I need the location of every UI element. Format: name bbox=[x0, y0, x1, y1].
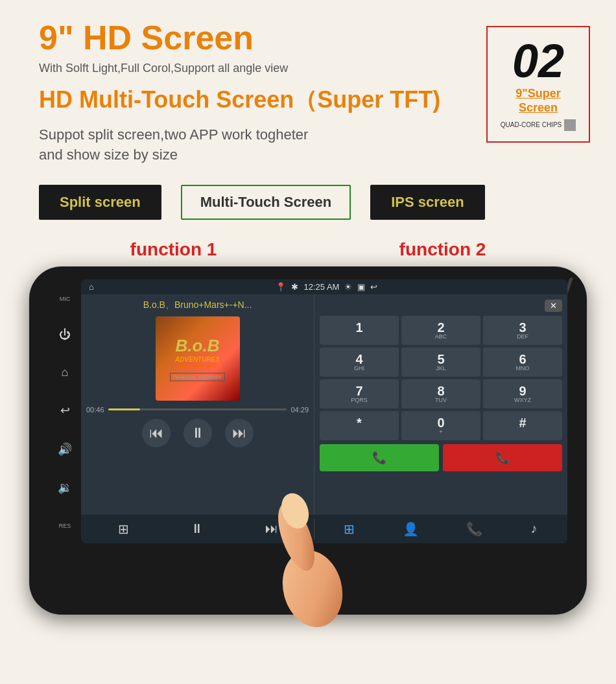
time-current: 00:46 bbox=[86, 406, 104, 414]
split-screen-button[interactable]: Split screen bbox=[39, 185, 161, 220]
badge-number: 02 bbox=[512, 38, 564, 84]
res-label: RES bbox=[59, 519, 71, 530]
back-status-icon: ↩ bbox=[370, 282, 377, 292]
player-controls: ⏮ ⏸ ⏭ bbox=[86, 419, 309, 447]
screen-main: B.o.B、Bruno+Mars+-+N... B.o.B ADVENTURES… bbox=[81, 294, 567, 515]
hangup-button[interactable]: 📞 bbox=[443, 444, 562, 471]
top-left-content: 9" HD Screen With Solft Light,Full Corol… bbox=[39, 19, 473, 165]
back-icon[interactable]: ↩ bbox=[60, 403, 70, 418]
multi-touch-button[interactable]: Multi-Touch Screen bbox=[181, 185, 351, 220]
bluetooth-icon: ✱ bbox=[291, 282, 298, 292]
progress-bar[interactable] bbox=[108, 408, 287, 410]
nav-grid-icon[interactable]: ⊞ bbox=[115, 519, 132, 539]
call-button[interactable]: 📞 bbox=[320, 444, 439, 471]
chip-icon bbox=[564, 119, 576, 131]
dial-panel: ✕ 1 2 ABC 3 bbox=[314, 294, 567, 515]
car-unit-wrapper: IT NAV MIC ⏻ ⌂ ↩ 🔊 🔉 RES bbox=[29, 266, 587, 615]
dial-key-8[interactable]: 8 TUV bbox=[401, 379, 480, 408]
function1-label: function 1 bbox=[39, 239, 308, 260]
power-icon[interactable]: ⏻ bbox=[59, 328, 71, 342]
dial-key-5[interactable]: 5 JKL bbox=[401, 348, 480, 377]
window-icon: ▣ bbox=[357, 282, 365, 292]
mic-label: MIC bbox=[60, 292, 71, 303]
status-bar: ⌂ 📍 ✱ 12:25 AM ☀ ▣ ↩ bbox=[81, 279, 567, 294]
prev-button[interactable]: ⏮ bbox=[142, 419, 171, 447]
dial-key-hash[interactable]: # bbox=[483, 411, 562, 440]
brightness-icon: ☀ bbox=[344, 282, 352, 292]
finger-hand bbox=[277, 485, 348, 628]
dial-key-9[interactable]: 9 WXYZ bbox=[483, 379, 562, 408]
dial-key-2[interactable]: 2 ABC bbox=[401, 316, 480, 345]
nav-recent-calls-icon[interactable]: 📞 bbox=[464, 519, 485, 539]
status-time: 12:25 AM bbox=[303, 282, 339, 292]
dial-grid: 1 2 ABC 3 DEF bbox=[320, 316, 562, 440]
car-unit: IT NAV MIC ⏻ ⌂ ↩ 🔊 🔉 RES bbox=[29, 266, 587, 615]
nav-music-icon[interactable]: ♪ bbox=[528, 519, 539, 539]
badge-screen-text: 9"Super Screen bbox=[515, 87, 561, 115]
progress-row: 00:46 04:29 bbox=[86, 406, 309, 414]
music-panel: B.o.B、Bruno+Mars+-+N... B.o.B ADVENTURES… bbox=[81, 294, 314, 515]
ips-screen-button[interactable]: IPS screen bbox=[370, 185, 485, 220]
home-status-icon: ⌂ bbox=[89, 282, 94, 292]
dial-key-0[interactable]: 0 + bbox=[401, 411, 480, 440]
dial-key-6[interactable]: 6 MNO bbox=[483, 348, 562, 377]
left-controls: MIC ⏻ ⌂ ↩ 🔊 🔉 RES bbox=[49, 279, 81, 543]
progress-fill bbox=[108, 408, 141, 410]
next-button[interactable]: ⏭ bbox=[225, 419, 254, 447]
dial-key-3[interactable]: 3 DEF bbox=[483, 316, 562, 345]
music-title: B.o.B、Bruno+Mars+-+N... bbox=[86, 300, 309, 311]
badge-chips: QUAD-CORE CHIPS bbox=[501, 119, 576, 131]
bottom-nav-right: ⊞ 👤 📞 ♪ bbox=[314, 519, 561, 539]
dial-action-row: 📞 📞 bbox=[320, 444, 562, 471]
dial-key-1[interactable]: 1 bbox=[320, 316, 399, 345]
album-art-inner: B.o.B ADVENTURES OF BOBBY RAY PARENTAL A… bbox=[170, 336, 225, 381]
status-left: ⌂ bbox=[89, 282, 94, 292]
product-badge: 02 9"Super Screen QUAD-CORE CHIPS bbox=[486, 26, 590, 143]
album-art: B.o.B ADVENTURES OF BOBBY RAY PARENTAL A… bbox=[156, 316, 240, 401]
function2-label: function 2 bbox=[308, 239, 577, 260]
finger-area bbox=[49, 543, 567, 595]
play-pause-button[interactable]: ⏸ bbox=[184, 419, 212, 447]
location-icon: 📍 bbox=[276, 282, 286, 292]
close-dial-button[interactable]: ✕ bbox=[545, 300, 562, 312]
home-icon[interactable]: ⌂ bbox=[62, 366, 69, 379]
volume-up-icon[interactable]: 🔊 bbox=[58, 442, 72, 456]
time-total: 04:29 bbox=[290, 406, 309, 414]
dial-header: ✕ bbox=[320, 300, 562, 312]
dial-key-7[interactable]: 7 PQRS bbox=[320, 379, 399, 408]
touch-title: HD Multi-Touch Screen（Super TFT) bbox=[39, 84, 473, 116]
main-title: 9" HD Screen bbox=[39, 19, 473, 56]
volume-down-icon[interactable]: 🔉 bbox=[58, 480, 72, 495]
subtitle: With Solft Light,Full Corol,Support all … bbox=[39, 62, 473, 75]
top-section: 9" HD Screen With Solft Light,Full Corol… bbox=[0, 0, 616, 178]
dial-key-star[interactable]: * bbox=[320, 411, 399, 440]
nav-play-icon[interactable]: ⏸ bbox=[188, 519, 206, 539]
status-center: 📍 ✱ 12:25 AM ☀ ▣ ↩ bbox=[276, 282, 377, 292]
buttons-row: Split screen Multi-Touch Screen IPS scre… bbox=[0, 178, 616, 226]
nav-contacts-icon[interactable]: 👤 bbox=[400, 519, 421, 539]
functions-row: function 1 function 2 bbox=[0, 233, 616, 266]
support-text: Suppot split screen,two APP work toghete… bbox=[39, 125, 473, 165]
dial-key-4[interactable]: 4 GHI bbox=[320, 348, 399, 377]
